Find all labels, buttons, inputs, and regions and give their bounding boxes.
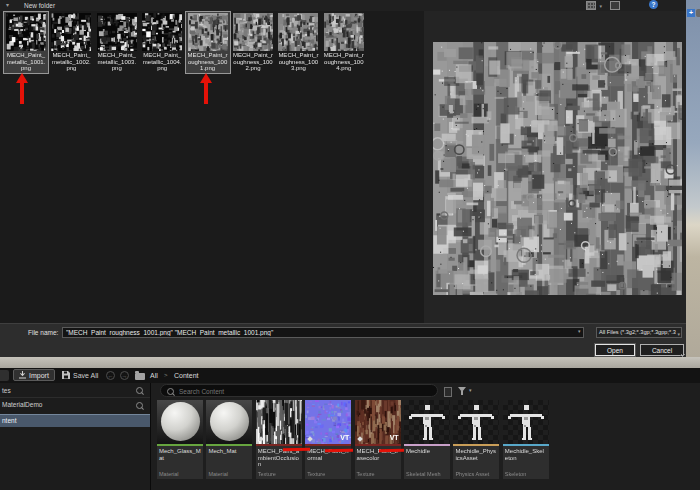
file-type-select[interactable]: All Files (*.3g2;*.3gp;*.3gpp;*.3 ▾ [596, 327, 682, 338]
file-type-value: All Files (*.3g2;*.3gp;*.3gpp;*.3 [599, 329, 676, 335]
file-name-label: File name: [28, 329, 58, 336]
file-name-label: MECH_Paint_metallic_1003.png [95, 51, 139, 72]
annotation-line [325, 449, 353, 452]
file-name-label: MECH_Paint_metallic_1001.png [4, 51, 48, 72]
asset-tile[interactable]: Mech_Glass_MatMaterial [157, 400, 203, 479]
thumbnail-view-icon[interactable] [586, 1, 596, 10]
asset-type-label: Texture [307, 471, 325, 477]
file-item[interactable]: MECH_Paint_metallic_1004.png [140, 12, 184, 73]
file-thumbnail[interactable] [51, 13, 91, 51]
file-item[interactable]: MECH_Paint_roughness_1001.png [186, 12, 230, 73]
asset-type-label: Skeleton [505, 471, 526, 477]
file-thumbnail[interactable] [233, 13, 273, 51]
asset-name: Mechidle_Skeleton [503, 447, 549, 461]
file-grid: MECH_Paint_metallic_1001.pngMECH_Paint_m… [0, 11, 424, 323]
cancel-button[interactable]: Cancel [640, 344, 684, 356]
file-item[interactable]: MECH_Paint_roughness_1004.png [322, 12, 366, 73]
file-thumbnail[interactable] [278, 13, 318, 51]
asset-name: Mech_Glass_Mat [157, 447, 203, 461]
file-thumbnail[interactable] [6, 13, 46, 51]
asset-type-accent [503, 444, 549, 446]
asset-tile[interactable]: MECH_Paint_ambientOcclusionTexture [256, 400, 302, 479]
organize-dropdown-caret-icon[interactable]: ▾ [6, 1, 9, 10]
asset-thumbnail[interactable] [404, 400, 450, 444]
asset-type-label: Material [208, 471, 228, 477]
asset-tile[interactable]: MechidleSkeletal Mesh [404, 400, 450, 479]
preview-pane-icon[interactable] [610, 1, 620, 10]
file-name-dropdown-caret-icon[interactable]: ▾ [578, 328, 581, 334]
annotation-arrow-metallic [16, 73, 28, 104]
asset-type-label: Texture [357, 471, 375, 477]
dialog-toolbar: ▾ New folder ▾ ? [0, 0, 686, 11]
annotation-line [379, 449, 404, 452]
screen: ▾ New folder ▾ ? MECH_Paint_metallic_100… [0, 0, 700, 490]
asset-name: Mechidle_PhysicsAsset [453, 447, 499, 461]
asset-tile[interactable]: Mech_MatMaterial [206, 400, 252, 479]
annotation-line [283, 448, 310, 451]
view-options: ▾ [586, 1, 620, 10]
file-type-caret-icon: ▾ [677, 330, 680, 338]
asset-type-accent [305, 444, 351, 446]
add-tab-icon[interactable]: + [687, 9, 695, 17]
asset-type-label: Texture [258, 471, 276, 477]
file-name-label: MECH_Paint_roughness_1001.png [186, 51, 230, 72]
asset-type-accent [404, 444, 450, 446]
file-item[interactable]: MECH_Paint_metallic_1003.png [95, 12, 139, 73]
asset-name: Mechidle [404, 447, 450, 455]
file-name-label: MECH_Paint_metallic_1004.png [140, 51, 184, 72]
asset-grid: Mech_Glass_MatMaterialMech_MatMaterialME… [0, 368, 700, 490]
asset-type-label: Physics Asset [455, 471, 489, 477]
file-item[interactable]: MECH_Paint_roughness_1002.png [231, 12, 275, 73]
asset-tile[interactable]: Mechidle_SkeletonSkeleton [503, 400, 549, 479]
window-control-icon [696, 9, 700, 17]
view-dropdown-caret-icon[interactable]: ▾ [599, 3, 602, 9]
file-thumbnail[interactable] [324, 13, 364, 51]
asset-type-label: Skeletal Mesh [406, 471, 441, 477]
file-name-input[interactable] [62, 327, 584, 338]
file-thumbnail[interactable] [142, 13, 182, 51]
asset-type-label: Material [159, 471, 179, 477]
file-name-label: MECH_Paint_metallic_1002.png [49, 51, 93, 72]
asset-tile[interactable]: VTMECH_Paint_normalTexture [305, 400, 351, 479]
asset-tile[interactable]: Mechidle_PhysicsAssetPhysics Asset [453, 400, 499, 479]
help-icon[interactable]: ? [649, 0, 658, 9]
file-name-label: MECH_Paint_roughness_1002.png [231, 51, 275, 72]
asset-tile[interactable]: VTMECH_Paint_basecolorTexture [355, 400, 401, 479]
texture-preview-image [433, 42, 682, 295]
open-button[interactable]: Open [595, 344, 635, 356]
dialog-footer: File name: ▾ All Files (*.3g2;*.3gp;*.3g… [0, 323, 686, 357]
viewport-background [686, 0, 700, 357]
asset-type-accent [206, 444, 252, 446]
file-thumbnail[interactable] [97, 13, 137, 51]
vt-badge: VT [390, 434, 399, 441]
open-file-dialog: ▾ New folder ▾ ? MECH_Paint_metallic_100… [0, 0, 686, 357]
preview-pane [424, 11, 686, 323]
file-name-label: MECH_Paint_roughness_1004.png [322, 51, 366, 72]
asset-type-accent [157, 444, 203, 446]
file-item[interactable]: MECH_Paint_roughness_1003.png [276, 12, 320, 73]
asset-type-accent [355, 444, 401, 446]
asset-type-accent [256, 444, 302, 446]
content-browser: Import Save All ← → All > Content tes Ma… [0, 368, 700, 490]
annotation-arrow-roughness [200, 73, 212, 104]
file-thumbnail[interactable] [188, 13, 228, 51]
asset-thumbnail[interactable] [453, 400, 499, 444]
vt-badge: VT [340, 434, 349, 441]
asset-thumbnail[interactable] [503, 400, 549, 444]
asset-name: Mech_Mat [206, 447, 252, 455]
file-name-label: MECH_Paint_roughness_1003.png [276, 51, 320, 72]
material-sphere-thumbnail[interactable] [157, 400, 203, 444]
asset-type-accent [453, 444, 499, 446]
viewport-floor [0, 357, 700, 368]
material-sphere-thumbnail[interactable] [206, 400, 252, 444]
new-folder-button[interactable]: New folder [24, 1, 55, 10]
file-item[interactable]: MECH_Paint_metallic_1001.png [4, 12, 48, 73]
file-item[interactable]: MECH_Paint_metallic_1002.png [49, 12, 93, 73]
